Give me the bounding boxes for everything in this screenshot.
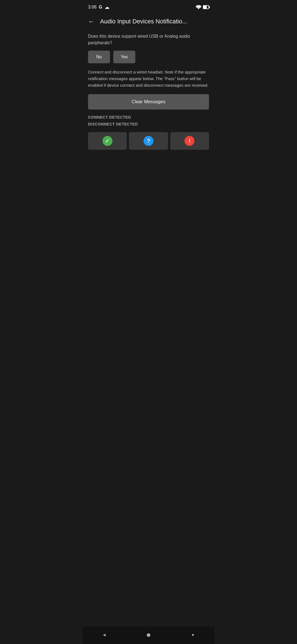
back-button[interactable]: ←: [87, 17, 96, 26]
yes-button[interactable]: Yes: [113, 51, 135, 63]
nav-bar: ◀ ⬤ ■: [82, 626, 215, 644]
pass-button[interactable]: ✓: [88, 132, 127, 150]
nav-home-button[interactable]: ⬤: [140, 632, 157, 638]
clear-messages-button[interactable]: Clear Messages: [88, 94, 209, 110]
status-right: [196, 5, 209, 9]
cloud-icon: ☁: [105, 4, 109, 10]
status-time: 3:06: [88, 5, 97, 10]
instruction-text: Connect and disconnect a wired headset. …: [88, 69, 209, 89]
question-text: Does this device support wired USB or An…: [88, 33, 209, 46]
detection-messages: CONNECT DETECTED DISCONNECT DETECTED: [88, 114, 209, 128]
pass-icon: ✓: [103, 136, 112, 146]
action-buttons-row: ✓ ? !: [88, 132, 209, 150]
battery-icon: [203, 5, 209, 9]
content: Does this device support wired USB or An…: [82, 31, 215, 626]
yes-no-buttons: No Yes: [88, 51, 209, 63]
no-button[interactable]: No: [88, 51, 110, 63]
disconnect-detected-text: DISCONNECT DETECTED: [88, 121, 209, 128]
info-icon: ?: [144, 136, 153, 146]
connect-detected-text: CONNECT DETECTED: [88, 114, 209, 121]
header: ← Audio Input Devices Notificatio...: [82, 13, 215, 31]
status-bar: 3:06 G ☁: [82, 0, 215, 13]
wifi-icon: [196, 5, 201, 9]
status-left: 3:06 G ☁: [88, 4, 109, 10]
fail-icon: !: [185, 136, 194, 146]
nav-back-button[interactable]: ◀: [96, 632, 112, 638]
fail-button[interactable]: !: [170, 132, 209, 150]
page-title: Audio Input Devices Notificatio...: [100, 18, 210, 25]
info-button[interactable]: ?: [129, 132, 168, 150]
google-icon: G: [99, 5, 102, 10]
nav-recent-button[interactable]: ■: [185, 632, 200, 638]
